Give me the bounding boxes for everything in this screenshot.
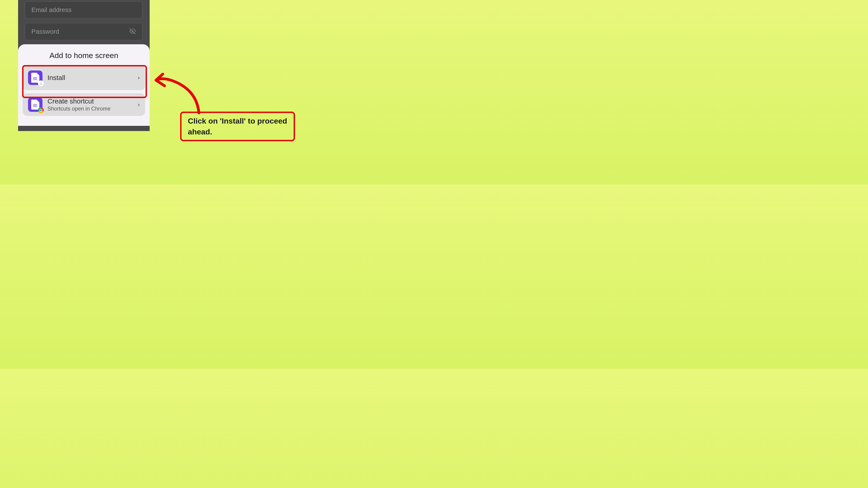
shortcut-label: Create shortcut: [48, 97, 138, 105]
chrome-badge-icon: [38, 107, 44, 113]
callout-arrow: [151, 68, 204, 115]
download-badge-icon: ↓: [38, 80, 44, 86]
chevron-right-icon: ›: [138, 74, 140, 81]
app-install-icon: ↓: [28, 70, 42, 85]
create-shortcut-option[interactable]: Create shortcut Shortcuts open in Chrome…: [23, 93, 145, 116]
shortcut-subtitle: Shortcuts open in Chrome: [48, 105, 138, 112]
phone-screen-background: Email address Password Add to home scree…: [18, 0, 150, 131]
chevron-right-icon: ›: [138, 101, 140, 108]
eye-off-icon[interactable]: [129, 28, 136, 35]
email-placeholder: Email address: [31, 6, 71, 13]
app-shortcut-icon: [28, 97, 42, 112]
email-field[interactable]: Email address: [25, 1, 143, 19]
password-placeholder: Password: [31, 28, 59, 35]
sheet-title: Add to home screen: [23, 51, 145, 60]
install-option[interactable]: ↓ Install ›: [23, 65, 145, 90]
password-field[interactable]: Password: [25, 23, 143, 40]
add-to-home-sheet: Add to home screen ↓ Install › Create sh…: [18, 44, 150, 126]
instruction-callout: Click on 'Install' to proceed ahead.: [180, 111, 295, 141]
install-label: Install: [48, 74, 138, 82]
callout-text: Click on 'Install' to proceed ahead.: [188, 116, 287, 137]
